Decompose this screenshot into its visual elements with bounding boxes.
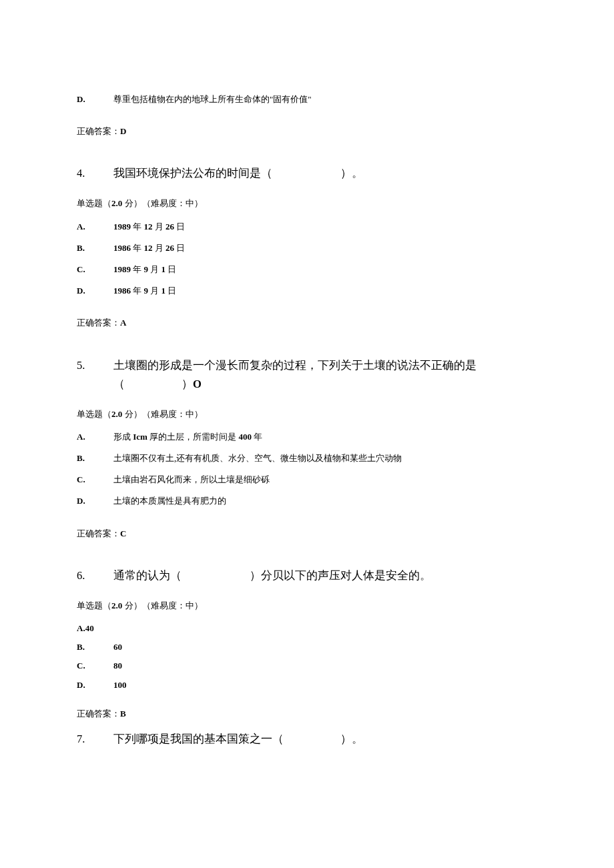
month: 12 xyxy=(144,243,153,253)
q5-line2-pre: （ ） xyxy=(113,378,193,390)
q4-options: A. 1989 年 12 月 26 日 B. 1986 年 12 月 26 日 … xyxy=(77,221,537,298)
sep: 日 xyxy=(174,243,185,253)
option-letter: B. xyxy=(77,452,113,464)
question-text: 我国环境保护法公布的时间是（ ）。 xyxy=(113,164,537,183)
sep: 月 xyxy=(148,286,162,296)
question-number: 6. xyxy=(77,566,113,585)
question-text: 下列哪项是我国的基本国策之一（ ）。 xyxy=(113,730,537,749)
q5-options: A. 形成 Icm 厚的土层，所需时间是 400 年 B. 土壤圈不仅有土,还有… xyxy=(77,431,537,508)
q4-option-c: C. 1989 年 9 月 1 日 xyxy=(77,264,537,276)
q5-line2-suf: O xyxy=(193,378,202,390)
q5-line1: 土壤圈的形成是一个漫长而复杂的过程，下列关于土壤的说法不正确的是 xyxy=(113,359,477,372)
sep: 日 xyxy=(174,222,185,232)
q5-option-d: D. 土壤的本质属性是具有肥力的 xyxy=(77,495,537,507)
sep: 日 xyxy=(166,264,176,274)
meta-prefix: 单选题（ xyxy=(77,409,111,419)
option-text: 土壤圈不仅有土,还有有机质、水分、空气、微生物以及植物和某些土穴动物 xyxy=(113,452,537,464)
option-letter: C. xyxy=(77,474,113,486)
option-letter: C. xyxy=(77,264,113,276)
answer-label: 正确答案： xyxy=(77,528,120,538)
answer-value: C xyxy=(120,528,126,538)
q4-answer: 正确答案：A xyxy=(77,317,537,329)
option-letter: D. xyxy=(77,679,113,691)
option-text: 1986 年 12 月 26 日 xyxy=(113,242,537,254)
option-letter: D. xyxy=(77,285,113,297)
q6-option-d: D. 100 xyxy=(77,679,537,691)
t: 厚的土层，所需时间是 xyxy=(147,432,239,442)
option-text: 60 xyxy=(113,641,537,653)
q4-option-a: A. 1989 年 12 月 26 日 xyxy=(77,221,537,233)
q4-title: 4. 我国环境保护法公布的时间是（ ）。 xyxy=(77,164,537,183)
question-number: 4. xyxy=(77,164,113,183)
answer-label: 正确答案： xyxy=(77,709,120,719)
sep: 月 xyxy=(148,264,162,274)
year: 1986 xyxy=(113,243,131,253)
question-number: 7. xyxy=(77,730,113,749)
option-letter: B. xyxy=(77,641,113,653)
meta-points: 2.0 xyxy=(111,409,122,419)
option-letter: D. xyxy=(77,495,113,507)
option-text: 100 xyxy=(113,679,537,691)
q6-option-b: B. 60 xyxy=(77,641,537,653)
day: 26 xyxy=(166,243,174,253)
q5-option-a: A. 形成 Icm 厚的土层，所需时间是 400 年 xyxy=(77,431,537,443)
question-text: 通常的认为（ ）分贝以下的声压对人体是安全的。 xyxy=(113,566,537,585)
year: 1989 xyxy=(113,264,131,274)
q5-meta: 单选题（2.0 分）（难易度：中） xyxy=(77,408,537,420)
q6-answer: 正确答案：B xyxy=(77,708,537,720)
q6-option-a: A.40 xyxy=(77,622,537,634)
q6-title: 6. 通常的认为（ ）分贝以下的声压对人体是安全的。 xyxy=(77,566,537,585)
sep: 年 xyxy=(131,286,144,296)
year: 1986 xyxy=(113,286,131,296)
meta-prefix: 单选题（ xyxy=(77,600,111,610)
option-letter: A. xyxy=(77,221,113,233)
q4-meta: 单选题（2.0 分）（难易度：中） xyxy=(77,197,537,209)
sep: 年 xyxy=(131,243,144,253)
question-text: 土壤圈的形成是一个漫长而复杂的过程，下列关于土壤的说法不正确的是 （ ）O xyxy=(113,356,537,394)
answer-label: 正确答案： xyxy=(77,126,120,136)
answer-value: D xyxy=(120,126,126,136)
q4-option-b: B. 1986 年 12 月 26 日 xyxy=(77,242,537,254)
answer-value: A xyxy=(120,318,126,328)
option-text: 尊重包括植物在内的地球上所有生命体的"固有价值" xyxy=(113,93,537,105)
option-text: 1989 年 9 月 1 日 xyxy=(113,264,537,276)
q6-option-c: C. 80 xyxy=(77,660,537,672)
sep: 年 xyxy=(131,222,144,232)
option-text: 1989 年 12 月 26 日 xyxy=(113,221,537,233)
option-letter: C. xyxy=(77,660,113,672)
t: 形成 xyxy=(113,432,133,442)
q3-option-d: D. 尊重包括植物在内的地球上所有生命体的"固有价值" xyxy=(77,93,537,105)
q5-option-c: C. 土壤由岩石风化而来，所以土壤是细砂砾 xyxy=(77,474,537,486)
year: 1989 xyxy=(113,222,131,232)
answer-value: B xyxy=(120,709,126,719)
t: Icm xyxy=(133,432,147,442)
q5-option-b: B. 土壤圈不仅有土,还有有机质、水分、空气、微生物以及植物和某些土穴动物 xyxy=(77,452,537,464)
q4-option-d: D. 1986 年 9 月 1 日 xyxy=(77,285,537,297)
question-number: 5. xyxy=(77,356,113,394)
meta-prefix: 单选题（ xyxy=(77,198,111,208)
option-letter: B. xyxy=(77,242,113,254)
option-text: 80 xyxy=(113,660,537,672)
option-text: A.40 xyxy=(77,622,94,634)
q6-options: A.40 B. 60 C. 80 D. 100 xyxy=(77,622,537,691)
option-text: 1986 年 9 月 1 日 xyxy=(113,285,537,297)
sep: 月 xyxy=(153,222,166,232)
answer-label: 正确答案： xyxy=(77,318,120,328)
meta-suffix: 分）（难易度：中） xyxy=(122,409,202,419)
option-letter: D. xyxy=(77,93,113,105)
day: 26 xyxy=(166,222,174,232)
t: 400 xyxy=(238,432,252,442)
q6-meta: 单选题（2.0 分）（难易度：中） xyxy=(77,600,537,612)
option-text: 形成 Icm 厚的土层，所需时间是 400 年 xyxy=(113,431,537,443)
t: 年 xyxy=(252,432,262,442)
sep: 月 xyxy=(153,243,166,253)
q3-answer: 正确答案：D xyxy=(77,125,537,137)
meta-points: 2.0 xyxy=(111,600,122,610)
meta-suffix: 分）（难易度：中） xyxy=(122,600,202,610)
option-letter: A. xyxy=(77,431,113,443)
meta-points: 2.0 xyxy=(111,198,122,208)
month: 12 xyxy=(144,222,153,232)
option-text: 土壤的本质属性是具有肥力的 xyxy=(113,495,537,507)
q5-answer: 正确答案：C xyxy=(77,528,537,540)
sep: 年 xyxy=(131,264,144,274)
